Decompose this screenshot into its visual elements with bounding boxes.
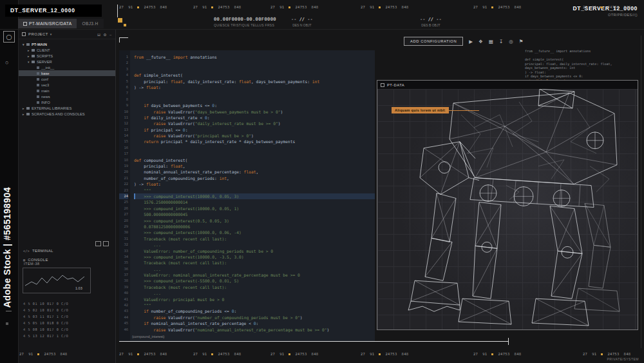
line-number[interactable]: 14 [119, 133, 128, 139]
line-number[interactable]: 39 [119, 284, 128, 290]
line-number[interactable]: 40 [119, 290, 128, 296]
tree-item-news[interactable]: news [19, 93, 115, 99]
code-line[interactable]: ... [134, 290, 375, 296]
line-number[interactable]: 25 [119, 199, 128, 205]
code-line[interactable] [134, 90, 375, 96]
code-line[interactable]: ) -> float: [134, 181, 375, 187]
split-panel-icon[interactable] [103, 241, 109, 246]
code-line[interactable]: if principal <= 0: [134, 127, 375, 133]
line-number[interactable]: 33 [119, 248, 128, 254]
line-number[interactable]: 45 [119, 320, 128, 326]
viewer-viewport[interactable]: Aliquam quis lorem ut nibh [377, 89, 638, 329]
record-icon[interactable]: ○ [5, 59, 8, 66]
code-line[interactable]: raise ValueError("daily_interest_rate mu… [134, 121, 375, 126]
code-line[interactable]: raise ValueError("principal must be > 0"… [134, 133, 375, 139]
line-number[interactable]: 8 [119, 97, 128, 103]
line-number[interactable]: 30 [119, 230, 128, 235]
code-line[interactable]: ... [134, 242, 375, 248]
line-number[interactable]: 18 [119, 157, 128, 163]
line-number[interactable]: 16 [119, 145, 128, 151]
code-editor[interactable]: 1234567891011121314151617181920212223242… [119, 50, 375, 341]
line-number[interactable]: 3 [119, 66, 128, 72]
line-number[interactable]: 32 [119, 242, 128, 248]
tree-item-external-libraries[interactable]: ▸EXTERNAL LIBRARIES [19, 105, 115, 111]
line-number[interactable]: 43 [119, 308, 128, 314]
line-number[interactable]: 10 [119, 109, 128, 115]
tree-item-server[interactable]: ▾SERVER [19, 59, 115, 64]
code-line[interactable] [134, 60, 375, 66]
code-line[interactable]: Traceback (most recent call last): [134, 236, 375, 242]
tree-item--init-[interactable]: __init__ [19, 64, 115, 70]
line-number[interactable]: 41 [119, 297, 128, 302]
settings-icon[interactable]: ⚙ [103, 33, 107, 37]
sidebar-item-terminal[interactable]: </> TERMINAL [23, 249, 53, 253]
play-icon[interactable]: ▶ [469, 39, 473, 44]
code-line[interactable]: Traceback (most recent call last): [134, 284, 375, 290]
line-number[interactable]: 11 [119, 115, 128, 121]
code-line[interactable] [134, 151, 375, 157]
line-number[interactable]: 2 [119, 60, 128, 66]
line-number[interactable]: 5 [119, 79, 128, 84]
code-line[interactable]: ... [134, 266, 375, 272]
tree-item-scripts[interactable]: ▸SCRIPTS [19, 53, 115, 59]
line-number[interactable]: 6 [119, 84, 128, 90]
bug-icon[interactable]: ❖ [478, 39, 483, 44]
code-line[interactable]: if daily_interest_rate < 0: [134, 115, 375, 121]
split-panel-icon[interactable] [95, 241, 101, 246]
code-line[interactable]: >>> compound_interest(10000.0, 0.05, 3) [134, 193, 375, 199]
code-line[interactable] [134, 145, 375, 151]
line-number[interactable]: 27 [119, 211, 128, 217]
line-number[interactable]: 37 [119, 272, 128, 278]
code-line[interactable] [134, 97, 375, 103]
code-line[interactable]: >>> compound_interest(-5500.0, 0.01, 5) [134, 278, 375, 284]
code-line[interactable]: """ [134, 188, 375, 193]
code-line[interactable]: raise ValueError("days_between_payments … [134, 109, 375, 115]
line-number[interactable]: 46 [119, 327, 128, 333]
code-line[interactable]: def simple_interest( [134, 72, 375, 78]
code-line[interactable]: """ [134, 302, 375, 308]
line-number[interactable]: 13 [119, 127, 128, 133]
tree-item-conf[interactable]: conf [19, 76, 115, 82]
code-line[interactable]: from __future__ import annotations [134, 54, 375, 60]
add-configuration-button[interactable]: ADD CONFIGURATION [404, 37, 463, 46]
line-number[interactable]: 1 [119, 54, 128, 60]
line-number[interactable]: 7 [119, 90, 128, 96]
code-line[interactable]: ) -> float: [134, 84, 375, 90]
code-line[interactable]: 1576.2500000000014 [134, 199, 375, 205]
tree-item-info[interactable]: INFO [19, 99, 115, 105]
line-number[interactable]: 29 [119, 224, 128, 230]
code-line[interactable]: ValueError: nominal_annual_interest_rate… [134, 272, 375, 278]
search-icon[interactable]: ◎ [509, 39, 513, 44]
line-number[interactable]: 17 [119, 151, 128, 157]
tab-pt-main-src-data[interactable]: PT-MAIN/SRC/DATA [18, 19, 77, 28]
chevron-down-icon[interactable]: ▾ [50, 32, 52, 36]
code-line[interactable]: raise ValueError("number_of_compounding_… [134, 315, 375, 320]
code-line[interactable]: raise ValueError("nominal_annual_interes… [134, 327, 375, 333]
avatar-slot-icon[interactable]: ◯ [3, 31, 15, 43]
tree-item-client[interactable]: ▸CLIENT [19, 47, 115, 53]
code-line[interactable]: 500.00000000000045 [134, 211, 375, 217]
flag-icon[interactable]: ⚑ [519, 39, 524, 44]
tree-item-vec3[interactable]: vec3 [19, 82, 115, 88]
line-number[interactable]: 22 [119, 181, 128, 187]
code-line[interactable]: >>> compound_interest(10000.0, 0.06, -4) [134, 230, 375, 235]
code-line[interactable]: number_of_compounding_periods: int, [134, 175, 375, 181]
tree-item-scratches-and-consoles[interactable]: ▸SCRATCHES AND CONSOLES [19, 111, 115, 117]
project-header[interactable]: PROJECT ▾ ⊟⚙− [19, 30, 115, 39]
tree-item-base[interactable]: base [19, 70, 115, 76]
code-line[interactable]: if nominal_annual_interest_rate_percenta… [134, 320, 375, 326]
line-number[interactable]: 15 [119, 139, 128, 144]
line-number[interactable]: 4 [119, 72, 128, 78]
code-line[interactable]: if days_between_payments <= 0: [134, 103, 375, 108]
line-number[interactable]: 21 [119, 175, 128, 181]
code-line[interactable]: return principal * daily_interest_rate *… [134, 139, 375, 144]
code-line[interactable]: 0.07881250000000006 [134, 224, 375, 230]
collapse-all-icon[interactable]: ⊟ [97, 33, 100, 37]
line-number[interactable]: 42 [119, 302, 128, 308]
code-line[interactable]: nominal_annual_interest_rate_percentage:… [134, 169, 375, 175]
code-line[interactable]: >>> compound_interest(10000.0, -3.5, 3.0… [134, 254, 375, 260]
tree-item-pt-main[interactable]: ▾PT-MAIN [19, 41, 115, 47]
tab-obj3-h[interactable]: OBJ3.H [77, 19, 103, 28]
line-number[interactable]: 28 [119, 218, 128, 224]
line-number[interactable]: 34 [119, 254, 128, 260]
